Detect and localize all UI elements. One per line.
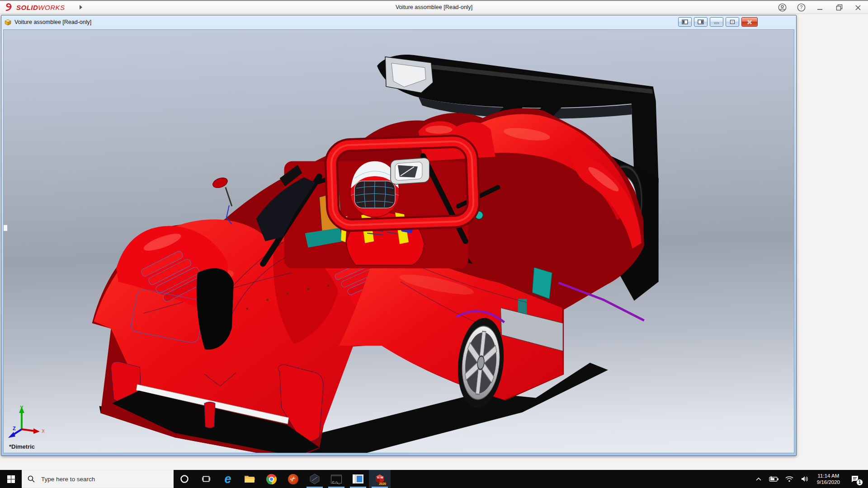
task-view-button[interactable] — [195, 470, 217, 488]
media-app-icon — [353, 474, 363, 483]
volume-icon[interactable] — [798, 470, 811, 488]
center-mirror[interactable] — [391, 158, 429, 185]
cortana-icon — [180, 474, 189, 483]
user-account-icon[interactable] — [776, 2, 788, 13]
clock-time: 11:14 AM — [817, 473, 840, 479]
notification-badge: 1 — [856, 479, 863, 486]
chrome-icon — [266, 474, 277, 484]
cortana-button[interactable] — [174, 470, 195, 488]
help-icon[interactable]: ? — [795, 2, 807, 13]
pane-left-button[interactable] — [678, 17, 692, 27]
taskbar-app-solidworks[interactable]: S W 2020 — [369, 470, 391, 488]
panel-splitter-handle[interactable] — [4, 225, 8, 231]
screen: SOLIDWORKS Voiture assomblee [Read-only]… — [0, 0, 868, 488]
pane-right-button[interactable] — [694, 17, 708, 27]
solidworks-logo: SOLIDWORKS — [0, 3, 83, 12]
view-orientation-label: *Dimetric — [9, 443, 35, 450]
windows-logo-icon — [7, 475, 15, 483]
taskbar-app-google-chrome[interactable] — [260, 470, 282, 488]
document-window: Voiture assomblee [Read-only] — [1, 15, 797, 456]
scissors-icon: ✂ — [288, 474, 298, 484]
taskbar: e ✂ C:\_ — [0, 470, 868, 488]
reference-triad: Y X Z — [5, 404, 44, 440]
search-input[interactable] — [40, 475, 158, 483]
tray-chevron-icon[interactable] — [752, 470, 765, 488]
taskbar-app-snipping-tool[interactable]: ✂ — [282, 470, 304, 488]
assembly-document-icon — [4, 19, 12, 26]
battery-icon[interactable] — [767, 470, 781, 488]
triad-z-label: Z — [13, 426, 16, 431]
taskbar-search[interactable] — [22, 470, 174, 488]
triad-x-label: X — [42, 428, 44, 434]
document-title: Voiture assomblee [Read-only] — [14, 19, 91, 25]
taskbar-app-hexagon[interactable] — [304, 470, 326, 488]
app-window-title: Voiture assomblee [Read-only] — [396, 4, 472, 10]
task-view-icon — [202, 475, 210, 483]
solidworks-year-label: 2020 — [378, 482, 387, 485]
file-explorer-icon — [244, 474, 255, 483]
app-window-controls: ? — [776, 1, 864, 14]
doc-minimize-button[interactable] — [710, 17, 723, 27]
minimize-button[interactable] — [814, 2, 826, 13]
command-prompt-icon: C:\_ — [331, 474, 342, 483]
close-button[interactable] — [852, 2, 864, 13]
action-center-button[interactable]: 1 — [845, 470, 864, 488]
app-titlebar: SOLIDWORKS Voiture assomblee [Read-only]… — [0, 0, 868, 14]
3d-model-view[interactable] — [4, 30, 794, 453]
tow-post — [204, 402, 215, 428]
svg-text:?: ? — [800, 5, 802, 10]
menu-expand-arrow-icon[interactable] — [79, 5, 83, 10]
taskbar-app-command-prompt[interactable]: C:\_ — [326, 470, 347, 488]
clock-date: 9/16/2020 — [817, 479, 840, 485]
doc-restore-button[interactable] — [726, 17, 739, 27]
wifi-icon[interactable] — [783, 470, 796, 488]
edge-icon: e — [224, 474, 231, 484]
system-tray: 11:14 AM 9/16/2020 1 — [752, 470, 868, 488]
taskbar-app-file-explorer[interactable] — [239, 470, 260, 488]
restore-button[interactable] — [833, 2, 845, 13]
triad-y-label: Y — [20, 405, 24, 410]
dassault-systemes-logo-icon — [5, 3, 14, 12]
svg-text:W: W — [381, 476, 383, 479]
document-titlebar[interactable]: Voiture assomblee [Read-only] — [1, 15, 796, 29]
hexagon-app-icon — [309, 474, 320, 484]
taskbar-app-media[interactable] — [347, 470, 369, 488]
svg-text:S: S — [377, 476, 379, 479]
brand-text: SOLIDWORKS — [16, 4, 65, 11]
taskbar-clock[interactable]: 11:14 AM 9/16/2020 — [813, 473, 844, 485]
taskbar-app-microsoft-edge[interactable]: e — [217, 470, 239, 488]
doc-close-button[interactable] — [741, 17, 758, 27]
graphics-area[interactable]: Y X Z *Dimetric — [3, 29, 794, 453]
search-icon — [28, 475, 35, 483]
document-window-buttons — [678, 17, 758, 27]
start-button[interactable] — [0, 470, 22, 488]
